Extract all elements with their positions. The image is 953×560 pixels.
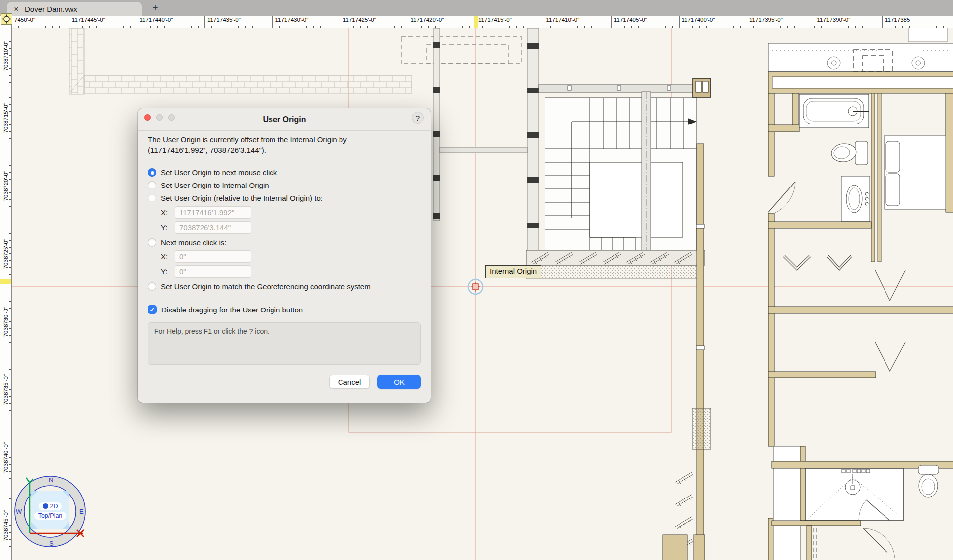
offset-description: The User Origin is currently offset from… (148, 135, 421, 155)
dialog-titlebar: User Origin ? (138, 108, 431, 131)
checkbox-checked-icon[interactable]: ✓ (148, 305, 157, 314)
radio-internal-origin[interactable]: Set User Origin to Internal Origin (148, 179, 421, 191)
next-x-field[interactable] (175, 250, 251, 263)
v-ruler-label: 7038730'-0" (3, 307, 9, 337)
v-ruler-segment: 7038735'-0" (0, 356, 12, 424)
h-ruler-label: 11717430'-0" (275, 17, 309, 23)
rel-x-field[interactable] (175, 206, 251, 219)
h-ruler-segment: 11717435'-0" (204, 16, 272, 28)
v-ruler-segment: 7038710'-0" (0, 28, 12, 84)
h-ruler-segment: 11717405'-0" (611, 16, 679, 28)
document-tab-title: Dover Dam.vwx (25, 5, 77, 13)
v-ruler-segment: 7038740'-0" (0, 424, 12, 492)
origin-crosshair-icon (2, 14, 11, 24)
new-tab-button[interactable]: + (149, 1, 162, 14)
next-y-field[interactable] (175, 265, 251, 278)
h-ruler-label: 11717385 (885, 17, 910, 23)
radio-icon[interactable] (148, 181, 156, 189)
h-ruler-segment: 11717425'-0" (340, 16, 408, 28)
v-ruler-segment: 7038745'-0" (0, 492, 12, 560)
v-ruler-label: 7038740'-0" (3, 442, 9, 473)
radio-icon[interactable] (148, 194, 156, 202)
2d-mode-icon (43, 503, 48, 509)
next-x-label: X: (161, 252, 175, 261)
rel-y-label: Y: (161, 223, 175, 232)
h-ruler-label: 11717445'-0" (72, 17, 105, 23)
h-ruler-label: 11717435'-0" (207, 17, 241, 23)
view-mode-pill: 2D (39, 502, 62, 510)
h-ruler-segment: 7450'-0" (12, 16, 69, 28)
divider (148, 161, 421, 161)
rel-y-field[interactable] (175, 221, 251, 234)
ruler-corner (0, 16, 12, 28)
v-ruler-label: 7038725'-0" (3, 239, 9, 269)
next-y-label: Y: (161, 267, 175, 276)
h-ruler-segment: 11717430'-0" (272, 16, 340, 28)
compass-south-label: S (49, 540, 54, 547)
zoom-window-button[interactable] (168, 114, 175, 121)
h-ruler-label: 11717415'-0" (478, 17, 512, 23)
view-compass-widget[interactable]: N S W E 2D Top/Plan (13, 475, 87, 548)
h-ruler-segment: 11717445'-0" (69, 16, 137, 28)
h-ruler-segment: 11717410'-0" (544, 16, 612, 28)
window-controls (144, 114, 175, 121)
h-ruler-segment: 11717400'-0" (679, 16, 747, 28)
close-tab-icon[interactable]: × (12, 5, 21, 14)
divider (148, 298, 421, 298)
h-ruler-label: 11717440'-0" (140, 17, 173, 23)
h-ruler-segment: 11717415'-0" (476, 16, 544, 28)
compass-east-label: E (79, 508, 84, 515)
h-ruler-segment: 11717440'-0" (137, 16, 205, 28)
tab-bar: × Dover Dam.vwx + (0, 0, 953, 16)
h-ruler-segment: 11717385 (882, 16, 950, 28)
radio-selected-icon[interactable] (148, 168, 156, 177)
radio-relative-origin[interactable]: Set User Origin (relative to the Interna… (148, 192, 421, 204)
ok-button[interactable]: OK (377, 375, 421, 389)
h-ruler-segment: 11717390'-0" (815, 16, 883, 28)
radio-icon[interactable] (148, 238, 156, 247)
h-ruler-segment: 11717395'-0" (747, 16, 815, 28)
h-ruler-label: 11717405'-0" (614, 17, 647, 23)
h-ruler-label: 11717400'-0" (682, 17, 715, 23)
minimize-window-button[interactable] (156, 114, 163, 121)
compass-west-label: W (16, 508, 22, 515)
user-origin-button[interactable] (1, 13, 12, 25)
v-ruler-segment: 7038725'-0" (0, 220, 12, 288)
v-ruler-label: 7038710'-0" (3, 41, 9, 71)
view-plan-label: Top/Plan (38, 512, 63, 519)
rel-x-label: X: (161, 208, 175, 217)
radio-georeferencing[interactable]: Set User Origin to match the Georeferenc… (148, 280, 421, 292)
compass-north-label: N (49, 476, 53, 484)
horizontal-ruler[interactable]: 7450'-0"11717445'-0"11717440'-0"11717435… (12, 16, 953, 28)
v-ruler-label: 7038715'-0" (3, 103, 9, 133)
h-ruler-label: 11717395'-0" (749, 17, 783, 23)
radio-next-mouse-is[interactable]: Next mouse click is: (148, 236, 421, 248)
internal-origin-label: Internal Origin (485, 265, 541, 278)
close-window-button[interactable] (144, 114, 151, 121)
h-ruler-segment: 11717420'-0" (408, 16, 476, 28)
radio-next-mouse-click[interactable]: Set User Origin to next mouse click (148, 166, 421, 178)
dialog-title: User Origin (263, 115, 306, 124)
v-ruler-segment: 7038720'-0" (0, 152, 12, 220)
disable-dragging-checkbox-row[interactable]: ✓ Disable dragging for the User Origin b… (148, 303, 421, 316)
h-ruler-label: 11717410'-0" (546, 17, 580, 23)
user-origin-dialog: User Origin ? The User Origin is current… (138, 108, 431, 403)
v-ruler-label: 7038735'-0" (3, 374, 9, 405)
vertical-ruler[interactable]: 7038710'-0"7038715'-0"7038720'-0"7038725… (0, 28, 12, 560)
document-tab[interactable]: × Dover Dam.vwx (7, 2, 142, 16)
help-text-box: For Help, press F1 or click the ? icon. (148, 322, 421, 365)
view-mode-label: 2D (50, 503, 58, 510)
view-plan-pill: Top/Plan (34, 512, 67, 520)
v-ruler-label: 7038745'-0" (3, 510, 9, 541)
v-ruler-segment: 7038730'-0" (0, 288, 12, 356)
h-ruler-label: 7450'-0" (14, 17, 35, 23)
help-icon[interactable]: ? (412, 112, 424, 124)
h-ruler-label: 11717390'-0" (817, 17, 851, 23)
radio-icon[interactable] (148, 282, 156, 291)
v-ruler-segment: 7038715'-0" (0, 84, 12, 152)
h-ruler-label: 11717425'-0" (343, 17, 376, 23)
v-ruler-label: 7038720'-0" (3, 171, 9, 201)
h-ruler-label: 11717420'-0" (411, 17, 444, 23)
cancel-button[interactable]: Cancel (329, 375, 370, 389)
